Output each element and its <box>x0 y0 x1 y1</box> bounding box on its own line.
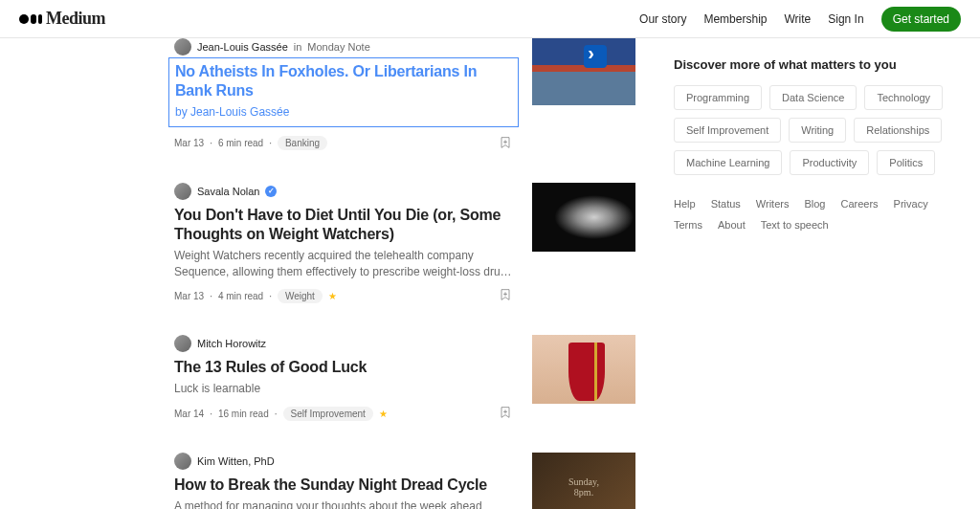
article-card: Jean-Louis Gassée in Monday Note No Athe… <box>174 38 635 152</box>
topic-chip[interactable]: Technology <box>864 85 943 110</box>
feed: Jean-Louis Gassée in Monday Note No Athe… <box>174 38 674 509</box>
sidebar: Discover more of what matters to you Pro… <box>674 38 961 509</box>
article-title: You Don't Have to Diet Until You Die (or… <box>174 206 513 244</box>
get-started-button[interactable]: Get started <box>881 7 961 32</box>
avatar[interactable] <box>174 335 191 352</box>
article-date: Mar 13 <box>174 291 204 301</box>
footer-link-careers[interactable]: Careers <box>840 198 878 210</box>
bookmark-icon[interactable] <box>498 405 513 422</box>
footer-link-tts[interactable]: Text to speech <box>761 219 829 231</box>
footer-links: Help Status Writers Blog Careers Privacy… <box>674 198 961 231</box>
thumbnail-text: 8pm. <box>574 487 593 498</box>
article-tag[interactable]: Weight <box>278 289 323 303</box>
topic-chip[interactable]: Relationships <box>854 118 942 143</box>
article-title: The 13 Rules of Good Luck <box>174 358 513 377</box>
article-card: Savala Nolan You Don't Have to Diet Unti… <box>174 183 635 305</box>
article-read-time: 4 min read <box>218 291 263 301</box>
member-star-icon: ★ <box>328 291 337 301</box>
publication-name[interactable]: Monday Note <box>307 41 369 53</box>
author-name[interactable]: Savala Nolan <box>197 186 259 197</box>
article-card: Mitch Horowitz The 13 Rules of Good Luck… <box>174 335 635 422</box>
article-read-time: 6 min read <box>218 138 263 148</box>
article-date: Mar 13 <box>174 138 204 148</box>
topic-chip[interactable]: Politics <box>877 150 935 175</box>
article-thumbnail[interactable] <box>532 38 635 105</box>
publication-label: in <box>294 41 302 53</box>
article-subtitle: Weight Watchers recently acquired the te… <box>174 248 513 280</box>
nav-our-story[interactable]: Our story <box>639 12 686 26</box>
article-tag[interactable]: Self Improvement <box>283 407 373 421</box>
article-subtitle: by Jean-Louis Gassée <box>175 104 512 121</box>
footer-link-help[interactable]: Help <box>674 198 696 210</box>
sidebar-title: Discover more of what matters to you <box>674 57 961 72</box>
bookmark-icon[interactable] <box>498 287 513 304</box>
topic-chip[interactable]: Data Science <box>769 85 857 110</box>
article-subtitle: Luck is learnable <box>174 381 513 397</box>
thumbnail-text: Sunday, <box>568 476 599 487</box>
article-read-time: 16 min read <box>218 409 269 419</box>
member-star-icon: ★ <box>379 409 388 419</box>
footer-link-terms[interactable]: Terms <box>674 219 702 231</box>
article-date: Mar 14 <box>174 409 204 419</box>
footer-link-about[interactable]: About <box>718 219 746 231</box>
header: Medium Our story Membership Write Sign I… <box>0 0 980 38</box>
nav: Our story Membership Write Sign In Get s… <box>639 7 961 32</box>
footer-link-privacy[interactable]: Privacy <box>894 198 928 210</box>
article-thumbnail[interactable] <box>532 335 635 404</box>
byline: Savala Nolan <box>174 183 513 200</box>
article-link[interactable]: No Atheists In Foxholes. Or Libertarians… <box>168 57 519 127</box>
article-card: Kim Witten, PhD How to Break the Sunday … <box>174 453 635 509</box>
topic-chip[interactable]: Productivity <box>790 150 869 175</box>
article-link[interactable]: You Don't Have to Diet Until You Die (or… <box>174 206 513 280</box>
bookmark-icon[interactable] <box>498 135 513 152</box>
article-link[interactable]: How to Break the Sunday Night Dread Cycl… <box>174 476 513 509</box>
byline: Jean-Louis Gassée in Monday Note <box>174 38 513 55</box>
avatar[interactable] <box>174 183 191 200</box>
nav-membership[interactable]: Membership <box>703 12 767 26</box>
topic-chip[interactable]: Programming <box>674 85 762 110</box>
nav-write[interactable]: Write <box>784 12 811 26</box>
avatar[interactable] <box>174 453 191 470</box>
topic-chip[interactable]: Machine Learning <box>674 150 782 175</box>
article-thumbnail[interactable]: Sunday, 8pm. <box>532 453 635 509</box>
article-meta: Mar 13 · 4 min read · Weight ★ <box>174 287 513 304</box>
article-tag[interactable]: Banking <box>278 136 327 150</box>
topic-chip[interactable]: Self Improvement <box>674 118 781 143</box>
logo[interactable]: Medium <box>19 9 105 29</box>
logo-icon <box>19 14 42 24</box>
byline: Kim Witten, PhD <box>174 453 513 470</box>
avatar[interactable] <box>174 38 191 55</box>
article-meta: Mar 13 · 6 min read · Banking <box>174 135 513 152</box>
topic-chip[interactable]: Writing <box>789 118 846 143</box>
footer-link-writers[interactable]: Writers <box>756 198 790 210</box>
article-title: No Atheists In Foxholes. Or Libertarians… <box>175 62 512 100</box>
article-title: How to Break the Sunday Night Dread Cycl… <box>174 476 513 495</box>
article-link[interactable]: The 13 Rules of Good Luck Luck is learna… <box>174 358 513 397</box>
author-name[interactable]: Jean-Louis Gassée <box>197 41 288 53</box>
author-name[interactable]: Kim Witten, PhD <box>197 455 275 467</box>
article-thumbnail[interactable] <box>532 183 635 252</box>
byline: Mitch Horowitz <box>174 335 513 352</box>
article-subtitle: A method for managing your thoughts abou… <box>174 498 513 509</box>
verified-icon <box>265 186 277 197</box>
footer-link-status[interactable]: Status <box>711 198 741 210</box>
topics-list: Programming Data Science Technology Self… <box>674 85 961 175</box>
article-meta: Mar 14 · 16 min read · Self Improvement … <box>174 405 513 422</box>
footer-link-blog[interactable]: Blog <box>804 198 825 210</box>
logo-text: Medium <box>46 9 105 29</box>
nav-sign-in[interactable]: Sign In <box>828 12 863 26</box>
author-name[interactable]: Mitch Horowitz <box>197 338 266 349</box>
